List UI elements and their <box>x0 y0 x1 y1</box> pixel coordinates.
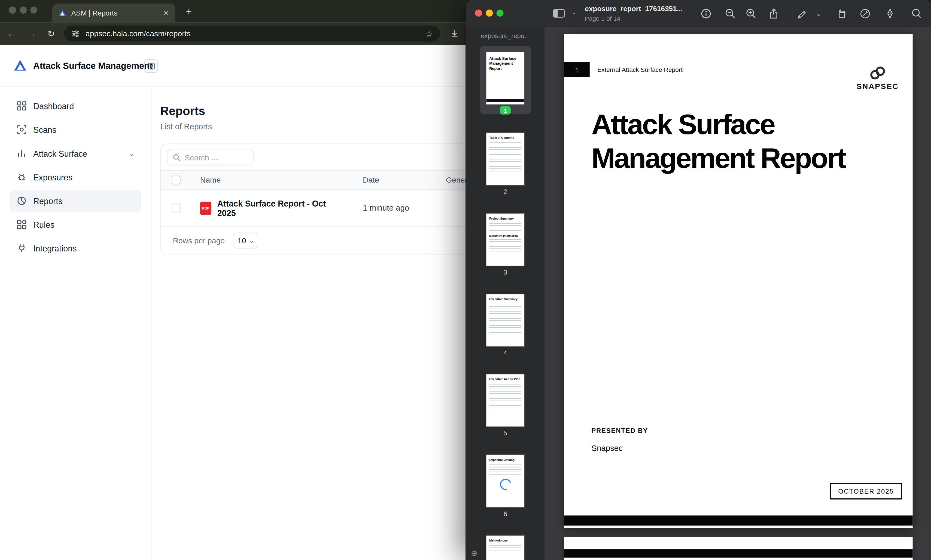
thumb-title: Executive Summary <box>486 294 524 302</box>
sidebar-item-label: Exposures <box>33 172 73 182</box>
page-thumbnail-7[interactable]: Methodology <box>486 536 524 560</box>
page-thumbnail-2[interactable]: Table of Contents <box>486 133 524 185</box>
search-input[interactable]: Search .... <box>167 149 253 165</box>
info-icon[interactable] <box>700 8 712 20</box>
presented-by-label: PRESENTED BY <box>591 427 648 434</box>
app-logo <box>13 58 27 73</box>
presented-by-value: Snapsec <box>591 444 623 453</box>
bookmark-star-icon[interactable]: ☆ <box>425 29 433 38</box>
window-minimize-button[interactable] <box>486 9 493 17</box>
fill-sign-icon[interactable] <box>884 8 896 20</box>
window-zoom-button[interactable] <box>496 9 503 17</box>
thumb-title: Attack Surface Management Report <box>486 52 524 73</box>
chevron-down-icon: ⌄ <box>249 237 254 243</box>
pdf-view: 1 External Attack Surface Report SNAPSEC… <box>545 27 931 560</box>
page-thumbnail-5[interactable]: Executive Action Plan <box>486 374 524 427</box>
sidebar-item-label: Dashboard <box>33 101 74 111</box>
bug-icon <box>17 172 27 182</box>
download-icon[interactable] <box>449 29 460 38</box>
sidebar-item-attack-surface[interactable]: Attack Surface ⌄ <box>9 142 141 165</box>
sidebar-item-label: Reports <box>33 196 62 205</box>
column-name[interactable]: Name <box>189 175 346 185</box>
chevron-down-icon[interactable]: ⌄ <box>128 149 134 158</box>
tab-close-icon[interactable]: ✕ <box>163 9 169 17</box>
rows-per-page-value: 10 <box>238 236 246 245</box>
rows-per-page-select[interactable]: 10 ⌄ <box>233 232 259 248</box>
page-thumbnail-1[interactable]: Attack Surface Management Report <box>486 52 524 105</box>
sidebar-collapse-button[interactable] <box>144 59 158 73</box>
sidebar-item-label: Attack Surface <box>33 149 87 158</box>
sidebar-item-rules[interactable]: Rules <box>9 214 141 235</box>
tab-title: ASM | Reports <box>71 9 118 17</box>
table-row[interactable]: PDF Attack Surface Report - Oct 2025 1 m… <box>161 190 494 227</box>
page-thumbnail-4[interactable]: Executive Summary <box>486 294 524 346</box>
site-settings-icon[interactable] <box>71 29 80 38</box>
preview-window: ⌄ exposure_report_17616351... Page 1 of … <box>466 0 931 560</box>
pdf-title-line1: Attack Surface <box>591 108 845 141</box>
thumb-title: Exposure Catalog <box>486 455 524 463</box>
highlight-chevron-icon[interactable]: ⌄ <box>816 10 821 18</box>
chevron-down-icon[interactable]: ⌄ <box>572 9 577 15</box>
reload-button[interactable]: ↻ <box>44 27 58 41</box>
pdf-page-2[interactable] <box>564 537 913 560</box>
sidebar-item-reports[interactable]: Reports <box>9 190 141 212</box>
browser-tab[interactable]: ASM | Reports ✕ <box>52 3 175 23</box>
screen: ASM | Reports ✕ + ← → ↻ appsec.hala.com/… <box>0 0 931 560</box>
sidebar-item-dashboard[interactable]: Dashboard <box>9 95 141 117</box>
window-close-button[interactable] <box>475 9 482 17</box>
zoom-out-icon[interactable] <box>724 8 736 20</box>
zoom-in-icon[interactable] <box>745 8 757 20</box>
markup-icon[interactable] <box>859 8 871 20</box>
thumb-bottom-bar <box>486 99 524 102</box>
rotate-icon[interactable] <box>836 8 848 20</box>
loading-spinner <box>498 477 513 492</box>
sidebar-item-label: Integrations <box>33 243 77 253</box>
pie-chart-icon <box>17 195 27 206</box>
share-icon[interactable] <box>768 8 780 20</box>
table-header: Name Date Genera <box>161 170 494 190</box>
tab-favicon <box>58 9 67 17</box>
preview-titlebar: ⌄ exposure_report_17616351... Page 1 of … <box>466 0 931 27</box>
thumbnail-number: 6 <box>466 510 545 517</box>
preview-window-title: exposure_report_17616351... <box>585 5 682 13</box>
reports-card: Search .... Name Date Genera PDF Attack <box>161 144 494 255</box>
pdf-page2-bar <box>564 549 913 558</box>
bar-chart-icon <box>17 148 27 158</box>
thumb-title: Project Summary <box>486 214 524 222</box>
new-tab-button[interactable]: + <box>182 5 196 19</box>
pdf-page-1[interactable]: 1 External Attack Surface Report SNAPSEC… <box>564 34 913 528</box>
squares-icon <box>17 220 27 230</box>
sidebar-item-integrations[interactable]: Integrations <box>9 237 141 259</box>
column-date[interactable]: Date <box>346 175 429 185</box>
thumb-title: Methodology <box>486 536 524 544</box>
highlight-pen-icon[interactable] <box>796 8 807 20</box>
window-zoom-button[interactable] <box>30 6 37 14</box>
rows-per-page-label: Rows per page <box>173 236 225 245</box>
thumbnail-number: 3 <box>466 269 545 276</box>
thumbnail-number-row: 1 <box>466 106 545 115</box>
forward-button[interactable]: → <box>24 27 39 41</box>
page-thumbnail-3[interactable]: Project Summary Document Information <box>486 214 524 266</box>
window-minimize-button[interactable] <box>20 6 27 14</box>
sidebar-item-scans[interactable]: Scans <box>9 118 141 141</box>
row-checkbox[interactable] <box>171 203 181 212</box>
app-name: Attack Surface Management <box>33 60 153 71</box>
plug-icon <box>17 243 27 253</box>
thumb-subtitle: Document Information <box>486 232 524 238</box>
window-close-button[interactable] <box>9 6 16 14</box>
table-footer: Rows per page 10 ⌄ <box>161 227 494 254</box>
thumbnail-number: 5 <box>466 429 545 437</box>
address-bar[interactable]: appsec.hala.com/casm/reports ☆ <box>64 26 440 42</box>
sidebar-toggle-icon[interactable] <box>553 8 565 18</box>
report-name: Attack Surface Report - Oct 2025 <box>218 198 346 217</box>
pdf-page-number-badge: 1 <box>564 62 590 77</box>
thumbnail-zoom-icon[interactable]: ⊕ <box>471 549 477 558</box>
search-icon[interactable] <box>911 8 923 20</box>
back-button[interactable]: ← <box>5 27 19 41</box>
brand-block: SNAPSEC <box>852 65 903 91</box>
pdf-title: Attack Surface Management Report <box>591 108 845 175</box>
page-thumbnail-6[interactable]: Exposure Catalog <box>486 455 524 507</box>
grid-icon <box>17 101 27 111</box>
sidebar-item-exposures[interactable]: Exposures <box>9 166 141 188</box>
select-all-checkbox[interactable] <box>171 175 181 185</box>
